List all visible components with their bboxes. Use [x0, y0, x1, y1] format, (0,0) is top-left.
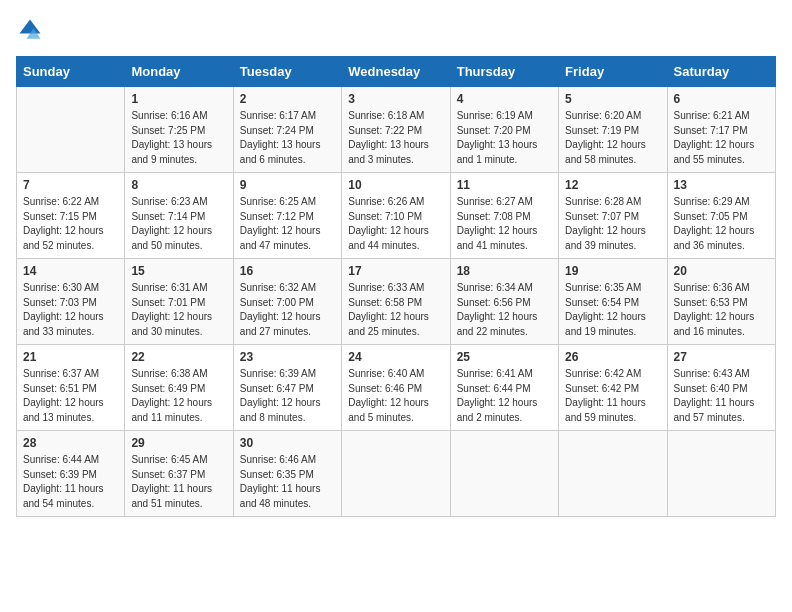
weekday-header-tuesday: Tuesday	[233, 57, 341, 87]
calendar-cell: 23Sunrise: 6:39 AM Sunset: 6:47 PM Dayli…	[233, 345, 341, 431]
day-info: Sunrise: 6:31 AM Sunset: 7:01 PM Dayligh…	[131, 281, 226, 339]
weekday-header-monday: Monday	[125, 57, 233, 87]
day-info: Sunrise: 6:27 AM Sunset: 7:08 PM Dayligh…	[457, 195, 552, 253]
calendar-cell: 11Sunrise: 6:27 AM Sunset: 7:08 PM Dayli…	[450, 173, 558, 259]
calendar-cell	[342, 431, 450, 517]
day-number: 7	[23, 178, 118, 192]
day-number: 18	[457, 264, 552, 278]
day-info: Sunrise: 6:37 AM Sunset: 6:51 PM Dayligh…	[23, 367, 118, 425]
calendar-cell: 17Sunrise: 6:33 AM Sunset: 6:58 PM Dayli…	[342, 259, 450, 345]
calendar-cell: 30Sunrise: 6:46 AM Sunset: 6:35 PM Dayli…	[233, 431, 341, 517]
day-info: Sunrise: 6:26 AM Sunset: 7:10 PM Dayligh…	[348, 195, 443, 253]
day-number: 23	[240, 350, 335, 364]
calendar-cell: 24Sunrise: 6:40 AM Sunset: 6:46 PM Dayli…	[342, 345, 450, 431]
day-info: Sunrise: 6:36 AM Sunset: 6:53 PM Dayligh…	[674, 281, 769, 339]
calendar-cell: 21Sunrise: 6:37 AM Sunset: 6:51 PM Dayli…	[17, 345, 125, 431]
day-number: 8	[131, 178, 226, 192]
day-number: 13	[674, 178, 769, 192]
day-info: Sunrise: 6:35 AM Sunset: 6:54 PM Dayligh…	[565, 281, 660, 339]
day-info: Sunrise: 6:21 AM Sunset: 7:17 PM Dayligh…	[674, 109, 769, 167]
day-info: Sunrise: 6:29 AM Sunset: 7:05 PM Dayligh…	[674, 195, 769, 253]
calendar-cell: 15Sunrise: 6:31 AM Sunset: 7:01 PM Dayli…	[125, 259, 233, 345]
day-number: 9	[240, 178, 335, 192]
calendar-cell: 19Sunrise: 6:35 AM Sunset: 6:54 PM Dayli…	[559, 259, 667, 345]
day-number: 24	[348, 350, 443, 364]
calendar-cell	[559, 431, 667, 517]
day-info: Sunrise: 6:40 AM Sunset: 6:46 PM Dayligh…	[348, 367, 443, 425]
calendar-cell: 4Sunrise: 6:19 AM Sunset: 7:20 PM Daylig…	[450, 87, 558, 173]
day-number: 5	[565, 92, 660, 106]
svg-marker-0	[20, 20, 41, 34]
calendar-cell: 12Sunrise: 6:28 AM Sunset: 7:07 PM Dayli…	[559, 173, 667, 259]
day-number: 30	[240, 436, 335, 450]
day-number: 21	[23, 350, 118, 364]
calendar-cell	[667, 431, 775, 517]
calendar-cell: 16Sunrise: 6:32 AM Sunset: 7:00 PM Dayli…	[233, 259, 341, 345]
day-number: 1	[131, 92, 226, 106]
calendar-week-row: 1Sunrise: 6:16 AM Sunset: 7:25 PM Daylig…	[17, 87, 776, 173]
calendar-cell: 6Sunrise: 6:21 AM Sunset: 7:17 PM Daylig…	[667, 87, 775, 173]
day-info: Sunrise: 6:46 AM Sunset: 6:35 PM Dayligh…	[240, 453, 335, 511]
day-info: Sunrise: 6:20 AM Sunset: 7:19 PM Dayligh…	[565, 109, 660, 167]
calendar-cell: 10Sunrise: 6:26 AM Sunset: 7:10 PM Dayli…	[342, 173, 450, 259]
calendar-cell: 20Sunrise: 6:36 AM Sunset: 6:53 PM Dayli…	[667, 259, 775, 345]
calendar-cell: 13Sunrise: 6:29 AM Sunset: 7:05 PM Dayli…	[667, 173, 775, 259]
day-number: 15	[131, 264, 226, 278]
day-info: Sunrise: 6:23 AM Sunset: 7:14 PM Dayligh…	[131, 195, 226, 253]
calendar-cell: 27Sunrise: 6:43 AM Sunset: 6:40 PM Dayli…	[667, 345, 775, 431]
calendar-week-row: 14Sunrise: 6:30 AM Sunset: 7:03 PM Dayli…	[17, 259, 776, 345]
calendar-cell: 22Sunrise: 6:38 AM Sunset: 6:49 PM Dayli…	[125, 345, 233, 431]
day-info: Sunrise: 6:30 AM Sunset: 7:03 PM Dayligh…	[23, 281, 118, 339]
calendar-cell	[17, 87, 125, 173]
day-info: Sunrise: 6:17 AM Sunset: 7:24 PM Dayligh…	[240, 109, 335, 167]
day-info: Sunrise: 6:38 AM Sunset: 6:49 PM Dayligh…	[131, 367, 226, 425]
day-number: 22	[131, 350, 226, 364]
day-number: 25	[457, 350, 552, 364]
calendar-cell: 2Sunrise: 6:17 AM Sunset: 7:24 PM Daylig…	[233, 87, 341, 173]
calendar-cell: 8Sunrise: 6:23 AM Sunset: 7:14 PM Daylig…	[125, 173, 233, 259]
calendar-table: SundayMondayTuesdayWednesdayThursdayFrid…	[16, 56, 776, 517]
calendar-week-row: 28Sunrise: 6:44 AM Sunset: 6:39 PM Dayli…	[17, 431, 776, 517]
day-info: Sunrise: 6:34 AM Sunset: 6:56 PM Dayligh…	[457, 281, 552, 339]
page-header	[16, 16, 776, 44]
day-number: 10	[348, 178, 443, 192]
day-info: Sunrise: 6:32 AM Sunset: 7:00 PM Dayligh…	[240, 281, 335, 339]
weekday-header-wednesday: Wednesday	[342, 57, 450, 87]
calendar-cell: 14Sunrise: 6:30 AM Sunset: 7:03 PM Dayli…	[17, 259, 125, 345]
day-number: 20	[674, 264, 769, 278]
calendar-cell: 29Sunrise: 6:45 AM Sunset: 6:37 PM Dayli…	[125, 431, 233, 517]
weekday-header-saturday: Saturday	[667, 57, 775, 87]
calendar-week-row: 7Sunrise: 6:22 AM Sunset: 7:15 PM Daylig…	[17, 173, 776, 259]
day-number: 6	[674, 92, 769, 106]
day-info: Sunrise: 6:22 AM Sunset: 7:15 PM Dayligh…	[23, 195, 118, 253]
day-number: 29	[131, 436, 226, 450]
day-number: 28	[23, 436, 118, 450]
day-number: 27	[674, 350, 769, 364]
logo-icon	[16, 16, 44, 44]
day-number: 17	[348, 264, 443, 278]
calendar-cell: 9Sunrise: 6:25 AM Sunset: 7:12 PM Daylig…	[233, 173, 341, 259]
day-info: Sunrise: 6:16 AM Sunset: 7:25 PM Dayligh…	[131, 109, 226, 167]
calendar-cell: 7Sunrise: 6:22 AM Sunset: 7:15 PM Daylig…	[17, 173, 125, 259]
day-info: Sunrise: 6:25 AM Sunset: 7:12 PM Dayligh…	[240, 195, 335, 253]
day-number: 16	[240, 264, 335, 278]
calendar-cell: 25Sunrise: 6:41 AM Sunset: 6:44 PM Dayli…	[450, 345, 558, 431]
day-info: Sunrise: 6:39 AM Sunset: 6:47 PM Dayligh…	[240, 367, 335, 425]
day-number: 2	[240, 92, 335, 106]
day-number: 26	[565, 350, 660, 364]
calendar-week-row: 21Sunrise: 6:37 AM Sunset: 6:51 PM Dayli…	[17, 345, 776, 431]
day-info: Sunrise: 6:18 AM Sunset: 7:22 PM Dayligh…	[348, 109, 443, 167]
day-number: 11	[457, 178, 552, 192]
day-info: Sunrise: 6:42 AM Sunset: 6:42 PM Dayligh…	[565, 367, 660, 425]
day-number: 3	[348, 92, 443, 106]
day-number: 12	[565, 178, 660, 192]
day-number: 19	[565, 264, 660, 278]
day-info: Sunrise: 6:45 AM Sunset: 6:37 PM Dayligh…	[131, 453, 226, 511]
weekday-header-friday: Friday	[559, 57, 667, 87]
logo	[16, 16, 48, 44]
calendar-cell: 26Sunrise: 6:42 AM Sunset: 6:42 PM Dayli…	[559, 345, 667, 431]
day-info: Sunrise: 6:44 AM Sunset: 6:39 PM Dayligh…	[23, 453, 118, 511]
day-info: Sunrise: 6:19 AM Sunset: 7:20 PM Dayligh…	[457, 109, 552, 167]
calendar-cell: 18Sunrise: 6:34 AM Sunset: 6:56 PM Dayli…	[450, 259, 558, 345]
day-number: 4	[457, 92, 552, 106]
